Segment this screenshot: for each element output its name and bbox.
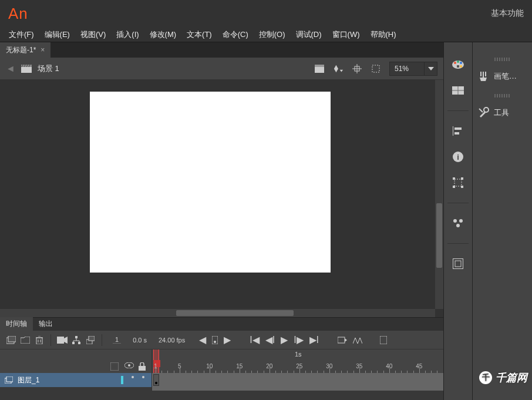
menu-help[interactable]: 帮助(H) <box>365 29 402 40</box>
visibility-icon[interactable] <box>124 362 133 371</box>
menu-modify[interactable]: 修改(M) <box>144 29 182 40</box>
zoom-control[interactable]: 51% <box>389 62 437 76</box>
lock-icon[interactable] <box>139 362 147 371</box>
brush-icon <box>477 70 489 82</box>
menu-bar: 文件(F) 编辑(E) 视图(V) 插入(I) 修改(M) 文本(T) 命令(C… <box>0 27 532 42</box>
ruler-tick-label: 10 <box>206 363 213 369</box>
panel-grip[interactable] <box>494 94 511 98</box>
svg-line-68 <box>479 109 483 112</box>
keyframe-cell[interactable] <box>153 374 159 386</box>
menu-view[interactable]: 视图(V) <box>75 29 111 40</box>
layer-frames-track[interactable] <box>151 373 443 391</box>
menu-file[interactable]: 文件(F) <box>4 29 39 40</box>
swatches-panel-icon[interactable] <box>451 83 465 98</box>
menu-command[interactable]: 命令(C) <box>217 29 254 40</box>
vertical-scrollbar[interactable] <box>435 80 443 309</box>
ruler-tick-label: 1 <box>154 363 157 369</box>
layer-lock-mark[interactable] <box>142 376 144 378</box>
svg-rect-12 <box>372 65 379 72</box>
loop-icon[interactable] <box>338 336 347 344</box>
stage-area[interactable] <box>0 80 443 317</box>
close-tab-icon[interactable]: × <box>41 46 45 54</box>
layer-name[interactable]: 图层_1 <box>18 375 39 385</box>
camera-icon[interactable] <box>57 335 68 345</box>
play-icon[interactable]: ▶ <box>281 334 288 345</box>
menu-debug[interactable]: 调试(D) <box>291 29 327 40</box>
next-keyframe-icon[interactable]: ▶ <box>224 334 231 345</box>
right-panels: 画笔… 工具 <box>473 42 532 400</box>
workspace-switcher[interactable]: 基本功能 <box>491 8 524 19</box>
step-back-icon[interactable]: ◀I <box>265 334 275 345</box>
svg-point-44 <box>454 62 456 64</box>
vertical-scroll-thumb[interactable] <box>436 203 442 268</box>
new-layer-icon[interactable] <box>6 335 16 345</box>
layer-parenting-icon[interactable] <box>71 335 82 345</box>
clapboard-icon[interactable] <box>21 65 32 73</box>
ruler-tick-label: 35 <box>356 363 362 369</box>
keyframe-marker-icon[interactable] <box>212 336 218 344</box>
current-frame[interactable]: 1 <box>113 336 121 344</box>
svg-point-39 <box>128 364 130 367</box>
first-frame-icon[interactable]: I◀ <box>250 334 259 345</box>
layer-visibility-mark[interactable] <box>132 376 134 378</box>
info-panel-icon[interactable]: i <box>451 150 465 164</box>
frame-info: 1 0.0 s 24.00 fps <box>113 336 185 344</box>
document-tab[interactable]: 无标题-1* × <box>0 42 50 58</box>
insert-frame-icon[interactable] <box>380 336 387 344</box>
svg-rect-57 <box>454 179 462 186</box>
svg-rect-0 <box>21 67 32 73</box>
layer-highlight-mark[interactable] <box>121 376 123 384</box>
menu-text[interactable]: 文本(T) <box>181 29 217 40</box>
library-panel-icon[interactable] <box>451 257 465 271</box>
transform-panel-icon[interactable] <box>451 176 465 190</box>
new-folder-icon[interactable] <box>20 335 31 345</box>
svg-marker-22 <box>64 337 68 344</box>
panel-grip[interactable] <box>494 58 511 61</box>
layer-row[interactable]: 图层_1 <box>0 373 151 387</box>
ruler-tick-label: 40 <box>386 363 392 369</box>
stage-canvas[interactable] <box>90 92 331 273</box>
ruler-tick-label: 25 <box>296 363 302 369</box>
delete-layer-icon[interactable] <box>34 335 45 345</box>
svg-rect-7 <box>315 65 324 67</box>
tools-panel-label: 工具 <box>494 107 509 118</box>
timeline-tabs: 时间轴 输出 <box>0 318 443 331</box>
brush-panel-button[interactable]: 画笔… <box>473 67 532 86</box>
clapboard-small-icon[interactable] <box>314 63 325 74</box>
svg-rect-34 <box>338 337 345 343</box>
tab-timeline[interactable]: 时间轴 <box>0 317 33 331</box>
horizontal-scroll-thumb[interactable] <box>176 310 294 316</box>
back-arrow-icon[interactable]: ◄ <box>6 63 15 74</box>
svg-rect-48 <box>457 65 459 68</box>
ruler-tick-label: 15 <box>236 363 243 369</box>
clip-stage-icon[interactable] <box>371 63 381 74</box>
components-panel-icon[interactable] <box>451 216 465 230</box>
horizontal-scrollbar[interactable] <box>0 309 435 317</box>
last-frame-icon[interactable]: ▶I <box>309 334 319 345</box>
menu-control[interactable]: 控制(O) <box>254 29 291 40</box>
layer-depth-icon[interactable] <box>85 335 96 345</box>
zoom-value[interactable]: 51% <box>389 62 425 76</box>
prev-keyframe-icon[interactable]: ◀ <box>199 334 206 345</box>
menu-window[interactable]: 窗口(W) <box>327 29 365 40</box>
zoom-dropdown-icon[interactable] <box>425 62 437 76</box>
align-panel-icon[interactable] <box>451 124 465 138</box>
svg-rect-6 <box>315 67 324 73</box>
color-swatches-icon[interactable] <box>451 58 465 72</box>
highlight-icon[interactable] <box>110 362 119 371</box>
scene-name[interactable]: 场景 1 <box>38 63 59 74</box>
timeline-ruler[interactable]: 1s 151015202530354045 <box>151 349 443 373</box>
tab-output[interactable]: 输出 <box>33 317 59 331</box>
svg-rect-66 <box>455 261 461 267</box>
brush-panel-label: 画笔… <box>494 71 517 82</box>
frame-rate[interactable]: 24.00 fps <box>159 337 185 344</box>
tools-panel-button[interactable]: 工具 <box>473 103 532 122</box>
onion-skin-icon[interactable] <box>353 337 362 344</box>
symbol-dropdown-icon[interactable] <box>333 63 344 74</box>
step-forward-icon[interactable]: I▶ <box>294 334 303 345</box>
document-tab-label: 无标题-1* <box>6 45 36 55</box>
layer-column-header <box>0 349 151 373</box>
menu-edit[interactable]: 编辑(E) <box>39 29 75 40</box>
center-stage-icon[interactable] <box>352 63 362 74</box>
menu-insert[interactable]: 插入(I) <box>111 29 144 40</box>
